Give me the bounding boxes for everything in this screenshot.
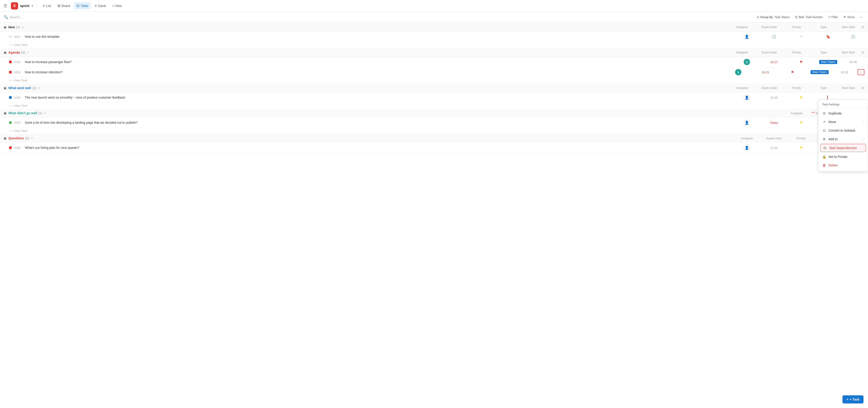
priority-flag-001: ⚑ [800,35,803,39]
task-col-assignee-006: 👤 [733,145,761,151]
duplicate-icon: ⧉ [822,111,826,115]
group-by-icon: ⊙ [757,16,759,19]
task-col-type-003: Main Topics [806,70,833,74]
section-toggle-went-well[interactable]: ▣ [4,86,6,90]
task-col-expire-002: 10-17 [761,60,787,64]
col-add-agenda[interactable]: ⊕ [862,50,864,55]
menu-item-add-to[interactable]: ⊕ Add to › [818,135,868,143]
task-row-002: #002 How to increase passenger flow? 1 1… [0,57,868,67]
task-col-start-003: 10-02 [833,70,856,74]
add-task-button[interactable]: + + Task [842,395,864,404]
add-view-button[interactable]: + View [110,3,124,9]
section-toggle-new[interactable]: ▣ [4,25,6,29]
main-content: ▣ New (1) + Assignee Expire Date Priorit… [0,23,868,408]
task-name-002[interactable]: How to increase passenger flow? [25,60,733,64]
nav-item-list[interactable]: ≡ List [40,2,53,9]
menu-item-set-private[interactable]: 🔒 Set to Private [818,152,868,161]
bookmark-icon-001: 🔖 [826,35,831,39]
section-toggle-agenda[interactable]: ▣ [4,51,6,54]
new-task-label-didnt: + New Task [12,129,27,133]
app-logo: S [11,2,18,9]
nav-item-gantt[interactable]: ≡ Gantt [92,2,108,9]
menu-item-task-dependencies[interactable]: ⊟ Task Dependencies [820,144,866,152]
task-name-001[interactable]: How to use this template [25,35,733,38]
col-header-assignee: Assignee [728,25,756,29]
nav-label-list: List [46,4,51,8]
task-name-004[interactable]: The new launch went so smoothly -- tons … [25,96,733,99]
task-status-dot-006 [9,146,12,149]
col-header-expire-went-well: Expire Date [756,86,783,90]
new-task-row-didnt[interactable]: + + New Task [0,128,868,134]
section-add-went-well[interactable]: + [38,86,40,90]
show-icon: 👁 [843,16,846,19]
task-col-assignee-002: 1 [733,59,761,65]
task-col-priority-001: ⚑ [787,35,815,39]
section-title-questions: Questions [8,136,24,140]
section-add-new[interactable]: + [22,25,24,29]
task-name-005[interactable]: Sunk a lot of time into developing a lan… [25,121,733,124]
col-header-expire: Expire Date [756,25,783,29]
section-toggle-questions[interactable]: ▣ [4,136,6,140]
section-add-questions[interactable]: + [31,136,33,140]
section-title-went-well: What went well [8,86,31,90]
section-count-didnt-go-well: (1) [37,111,42,115]
top-nav: ☰ S sprint ▾ ≡ List ⊞ Board ⊟ Table ≡ Ga… [0,0,868,12]
context-menu: Task Settings ⧉ Duplicate ↗ Move › ⊡ Con… [818,99,868,171]
board-icon: ⊞ [57,4,60,8]
add-task-icon: + [846,398,848,401]
menu-item-label-duplicate: Duplicate [829,112,864,115]
search-box[interactable]: 🔍 Search ... [4,15,753,19]
task-col-expire-006: 11-03 [761,146,787,149]
col-add-new[interactable]: ⊕ [862,25,864,29]
more-options-button[interactable]: ··· [858,14,864,20]
menu-item-delete[interactable]: 🗑 Delete [818,161,868,169]
nav-label-board: Board [62,4,70,8]
task-col-start-001: 🕐 [842,35,864,39]
sort-value: Task Number [806,16,823,19]
three-dot-button-003[interactable]: ··· [858,69,864,75]
task-status-dot-004 [9,96,12,99]
avatar-006: 👤 [744,145,750,151]
priority-flag-005: ⚑ [800,121,803,125]
hamburger-icon[interactable]: ☰ [4,3,7,8]
section-add-didnt-go-well[interactable]: + [44,111,46,115]
table-icon: ⊟ [76,4,79,8]
new-task-row-new[interactable]: + + New Task [0,42,868,48]
group-by-button[interactable]: ⊙ Group By: Task Status [754,14,792,20]
menu-item-duplicate[interactable]: ⧉ Duplicate [818,109,868,118]
task-name-006[interactable]: What's our hiring plan for next quarter? [25,146,733,149]
chevron-icon[interactable]: ▾ [32,4,33,7]
section-toggle-didnt-go-well[interactable]: ▣ [4,111,6,115]
col-header-priority-agenda: Priority [783,51,810,54]
nav-item-table[interactable]: ⊟ Table [74,2,90,9]
priority-flag-006: ⚑ [800,146,803,150]
task-name-003[interactable]: How to increase retention? [25,70,725,74]
sort-button[interactable]: ⇅ Sort: Task Number [793,14,825,20]
menu-item-convert-subtask[interactable]: ⊡ Convert to Subtask [818,126,868,135]
col-add-went-well[interactable]: ⊕ [862,86,864,90]
new-task-row-agenda[interactable]: + + New Task [0,77,868,84]
priority-flag-002: ⚑ [800,60,803,64]
menu-item-label-delete: Delete [829,164,864,167]
section-count-new: (1) [16,25,20,29]
col-header-priority-questions: Priority [787,137,815,140]
task-id-006: #006 [14,146,23,149]
delete-icon: 🗑 [822,163,826,167]
new-task-row-went-well[interactable]: + + New Task [0,103,868,109]
search-placeholder: Search ... [9,16,23,19]
menu-item-label-add-to: Add to [829,137,861,141]
arrow-indicator: → [810,109,816,116]
priority-flag-003: ⚑ [791,70,794,75]
col-header-priority: Priority [783,25,810,29]
menu-item-label-set-private: Set to Private [829,155,864,158]
nav-item-board[interactable]: ⊞ Board [55,2,72,9]
toolbar: 🔍 Search ... ⊙ Group By: Task Status ⇅ S… [0,12,868,23]
task-col-priority-005: ⚑ [787,121,815,125]
group-by-label: Group By: [760,16,774,19]
filter-button[interactable]: ▽ Filter [826,14,840,20]
section-add-agenda[interactable]: + [27,51,29,55]
task-col-type-001: 🔖 [815,35,842,39]
menu-item-move[interactable]: ↗ Move › [818,118,868,126]
show-button[interactable]: 👁 Show [841,14,857,20]
task-col-assignee-004: 👤 [733,94,761,100]
